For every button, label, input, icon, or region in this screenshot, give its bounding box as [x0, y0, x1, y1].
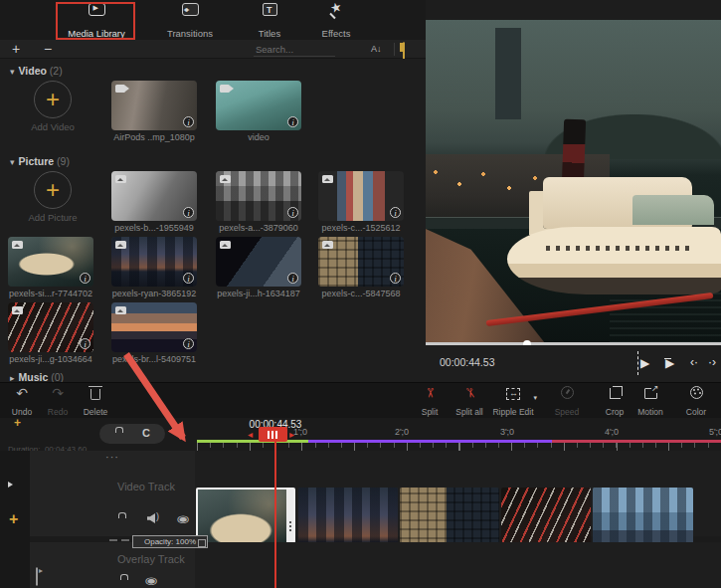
info-icon[interactable]: [287, 207, 298, 218]
video-camera-icon: [115, 85, 125, 93]
ruler-label: 2';0: [388, 427, 416, 437]
color-button[interactable]: Color: [674, 386, 718, 417]
media-thumb-picture-8[interactable]: [111, 302, 197, 352]
scissors-all-icon: ✂: [460, 388, 478, 399]
playhead-right-chevron-icon[interactable]: ▸: [289, 429, 294, 440]
titles-icon: [263, 3, 277, 16]
plus-circle-icon: [34, 171, 72, 209]
tab-bar: Media Library Transitions Titles Effects: [0, 0, 426, 40]
thumb-label: pexels-ji...h-1634187: [209, 289, 308, 298]
playhead-marker[interactable]: [259, 427, 287, 442]
chevron-down-icon: ▾: [533, 394, 537, 402]
plus-circle-icon: [34, 81, 72, 118]
info-icon[interactable]: [390, 207, 401, 218]
media-thumb-picture-2[interactable]: [318, 171, 404, 221]
split-all-button[interactable]: ✂ Split all: [448, 386, 491, 417]
play-icon[interactable]: ▶: [637, 356, 649, 370]
info-icon[interactable]: [287, 116, 298, 127]
track-icon-strip: +: [0, 451, 30, 588]
ruler-label: 4';0: [598, 427, 626, 437]
info-icon[interactable]: [183, 116, 194, 127]
info-icon[interactable]: [390, 273, 401, 284]
opacity-badge: Opacity: 100%: [132, 535, 208, 548]
scene-boat-hull: [507, 227, 721, 294]
track-visibility-icon[interactable]: [179, 508, 188, 526]
redo-icon: ↷: [52, 386, 64, 400]
previous-frame-icon[interactable]: ‹·: [690, 355, 698, 369]
tab-titles[interactable]: Titles: [242, 3, 297, 39]
media-library-icon: [89, 3, 105, 16]
info-icon[interactable]: [183, 273, 194, 284]
add-media-button[interactable]: +: [12, 40, 20, 58]
preview-stage[interactable]: [426, 20, 721, 343]
overlay-track-header[interactable]: Overlay Track: [30, 542, 195, 588]
sort-icon[interactable]: A↓: [371, 44, 382, 54]
add-picture-button[interactable]: Add Picture: [8, 171, 97, 229]
tab-label: Media Library: [68, 28, 125, 39]
media-thumb-picture-0[interactable]: [111, 171, 197, 221]
speed-button[interactable]: Speed: [545, 386, 589, 417]
tab-label: Effects: [322, 28, 351, 39]
picture-icon: [322, 241, 333, 249]
info-icon[interactable]: [80, 273, 90, 284]
delete-button[interactable]: Delete: [74, 386, 117, 417]
info-icon[interactable]: [183, 338, 194, 349]
chevron-down-icon: ▾: [10, 157, 15, 167]
picture-icon: [12, 306, 23, 314]
tab-media-library[interactable]: Media Library: [60, 3, 133, 39]
media-thumb-picture-7[interactable]: [8, 302, 93, 352]
picture-icon: [322, 175, 333, 183]
section-header-picture[interactable]: ▾Picture (9): [10, 155, 70, 167]
preview-video-frame: [426, 20, 721, 343]
thumb-label: video: [209, 132, 308, 142]
motion-button[interactable]: Motion: [629, 386, 672, 417]
media-thumb-video-1[interactable]: [216, 81, 301, 130]
track-visibility-icon[interactable]: [147, 570, 156, 588]
info-icon[interactable]: [183, 207, 194, 218]
media-thumb-picture-6[interactable]: [318, 237, 404, 287]
thumb-label: pexels-ryan-3865192: [104, 289, 204, 298]
picture-icon: [115, 306, 126, 314]
info-icon[interactable]: [80, 338, 90, 349]
thumb-label: pexels-ji...g-1034664: [1, 354, 100, 364]
overlay-track-icon: [36, 567, 38, 586]
ripple-edit-button[interactable]: ▾ Ripple Edit: [487, 386, 539, 417]
split-button[interactable]: ✂ Split: [408, 386, 451, 417]
next-frame-icon[interactable]: ·›: [708, 355, 716, 369]
motion-icon: [644, 388, 657, 399]
picture-icon: [220, 175, 231, 183]
ripple-edit-icon: [506, 388, 520, 400]
info-icon[interactable]: [287, 273, 298, 284]
tab-transitions[interactable]: Transitions: [152, 3, 228, 39]
section-header-video[interactable]: ▾Video (2): [10, 65, 63, 77]
ruler-label: 3';0: [493, 427, 521, 437]
media-thumb-picture-5[interactable]: [216, 237, 301, 287]
video-camera-icon: [220, 85, 230, 93]
picture-icon: [12, 241, 23, 249]
media-thumb-video-0[interactable]: [111, 81, 197, 130]
media-thumb-picture-3[interactable]: [8, 237, 93, 287]
thumb-label: pexels-br...l-5409751: [104, 354, 204, 364]
track-resize-handle[interactable]: [109, 539, 129, 541]
media-thumb-picture-4[interactable]: [111, 237, 197, 287]
media-library-panel: ▾Video (2) Add Video AirPods ..mp_1080p …: [0, 59, 426, 383]
add-video-button[interactable]: Add Video: [8, 81, 97, 138]
track-menu-icon[interactable]: ···: [105, 454, 119, 460]
toolbar-divider: [394, 43, 395, 56]
add-track-plus-icon[interactable]: +: [9, 510, 18, 528]
video-track-header[interactable]: ··· Video Track: [30, 451, 195, 536]
media-thumb-picture-1[interactable]: [216, 171, 301, 221]
trash-icon: [90, 389, 100, 400]
playhead-left-chevron-icon[interactable]: ◂: [248, 429, 253, 440]
speed-gauge-icon: [561, 386, 574, 399]
color-palette-icon: [690, 386, 703, 399]
thumb-label: pexels-c...-5847568: [311, 289, 411, 298]
render-icon[interactable]: C: [142, 427, 150, 439]
crop-icon: [610, 388, 621, 399]
tab-effects[interactable]: Effects: [304, 3, 368, 39]
remove-media-button[interactable]: −: [44, 40, 52, 58]
playhead-line[interactable]: [274, 442, 276, 588]
search-input[interactable]: [254, 42, 335, 57]
play-to-marker-icon[interactable]: ▶: [664, 356, 674, 370]
thumb-label: pexels-c...-1525612: [311, 223, 411, 233]
